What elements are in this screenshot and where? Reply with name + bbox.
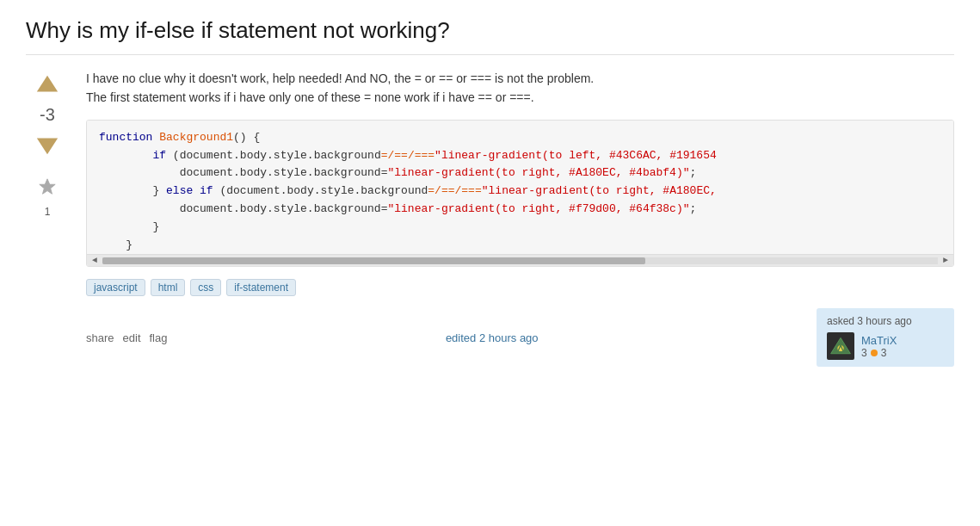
user-name[interactable]: MaTriX — [861, 334, 897, 347]
scroll-right-arrow[interactable]: ► — [940, 255, 952, 267]
rep-dot — [871, 350, 878, 356]
tag-html[interactable]: html — [151, 279, 186, 296]
vote-up-button[interactable] — [32, 69, 63, 100]
horizontal-scrollbar[interactable]: ◄ ► — [87, 254, 953, 266]
svg-marker-2 — [40, 179, 55, 194]
question-container: -3 1 I have no clue why it doesn't work,… — [26, 69, 954, 367]
actions-row: share edit flag edited 2 hours ago asked… — [86, 308, 954, 367]
user-row: MaTriX 3 3 — [827, 332, 944, 360]
scroll-left-arrow[interactable]: ◄ — [89, 255, 101, 267]
avatar — [827, 332, 854, 360]
action-links: share edit flag — [86, 331, 167, 344]
user-rep: 3 3 — [861, 347, 897, 359]
edit-link[interactable]: edit — [123, 331, 141, 344]
tag-if-statement[interactable]: if-statement — [226, 279, 296, 296]
vote-down-button[interactable] — [32, 130, 63, 161]
favorite-count: 1 — [45, 206, 51, 218]
scroll-track — [102, 257, 938, 264]
scroll-thumb — [102, 257, 645, 264]
share-link[interactable]: share — [86, 331, 114, 344]
tag-javascript[interactable]: javascript — [86, 279, 145, 296]
page-title: Why is my if-else if statement not worki… — [26, 17, 954, 55]
svg-marker-1 — [37, 139, 58, 155]
asked-box: asked 3 hours ago — [817, 308, 954, 367]
tag-css[interactable]: css — [190, 279, 221, 296]
asked-label: asked 3 hours ago — [827, 315, 944, 327]
edited-info: edited 2 hours ago — [446, 331, 539, 344]
rep-score: 3 — [861, 347, 867, 359]
code-block: function Background1() { if (document.bo… — [86, 120, 954, 268]
question-body-text: I have no clue why it doesn't work, help… — [86, 69, 954, 108]
vote-column: -3 1 — [26, 69, 69, 367]
badge-count: 3 — [881, 347, 887, 359]
svg-marker-0 — [37, 76, 58, 92]
tags-row: javascript html css if-statement — [86, 279, 954, 296]
favorite-button[interactable] — [32, 171, 63, 202]
flag-link[interactable]: flag — [150, 331, 168, 344]
question-body-area: I have no clue why it doesn't work, help… — [86, 69, 954, 367]
user-info: MaTriX 3 3 — [861, 334, 897, 359]
vote-score: -3 — [40, 103, 55, 127]
